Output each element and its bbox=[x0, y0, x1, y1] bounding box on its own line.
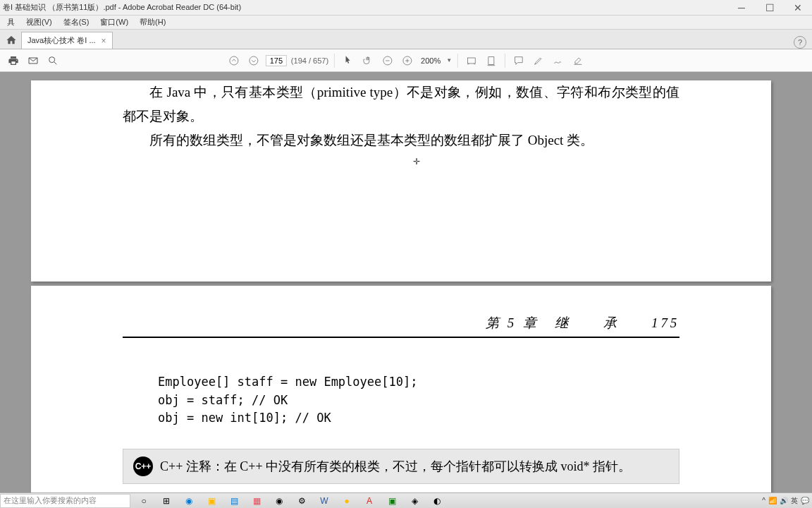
draw-icon[interactable] bbox=[550, 53, 566, 68]
task-view-icon[interactable]: ⊞ bbox=[156, 494, 177, 508]
svg-point-0 bbox=[49, 56, 55, 62]
code-line: Employee[] staff = new Employee[10]; bbox=[158, 373, 679, 392]
wifi-icon[interactable]: 📶 bbox=[768, 497, 777, 504]
volume-icon[interactable]: 🔊 bbox=[780, 497, 788, 504]
help-icon[interactable]: ? bbox=[794, 36, 806, 49]
zoom-out-icon[interactable] bbox=[380, 53, 395, 68]
code-block: Employee[] staff = new Employee[10]; obj… bbox=[158, 373, 679, 428]
zoom-level[interactable]: 200% bbox=[419, 56, 442, 66]
menu-help[interactable]: 帮助(H) bbox=[137, 16, 168, 29]
notification-icon[interactable]: 💬 bbox=[801, 497, 809, 504]
ime-label[interactable]: 英 bbox=[791, 496, 798, 506]
window-title: 卷I 基础知识 （原书第11版）.pdf - Adobe Acrobat Rea… bbox=[3, 2, 727, 13]
highlight-icon[interactable] bbox=[531, 53, 546, 68]
comment-icon[interactable] bbox=[511, 53, 527, 68]
svg-rect-9 bbox=[468, 58, 476, 64]
chrome-icon[interactable]: ◉ bbox=[269, 494, 290, 508]
system-tray: ^ 📶 🔊 英 💬 bbox=[762, 496, 812, 506]
cpp-badge: C++ bbox=[133, 456, 153, 476]
word-icon[interactable]: W bbox=[314, 494, 335, 508]
menu-tools[interactable]: 具 bbox=[4, 16, 18, 29]
svg-rect-10 bbox=[488, 56, 494, 64]
app-icon[interactable]: ▣ bbox=[381, 494, 402, 508]
email-icon[interactable] bbox=[25, 53, 41, 68]
taskbar-search-input[interactable]: 在这里输入你要搜索的内容 bbox=[0, 494, 130, 508]
menu-window[interactable]: 窗口(W) bbox=[97, 16, 131, 29]
menu-view[interactable]: 视图(V) bbox=[23, 16, 55, 29]
windows-taskbar: 在这里输入你要搜索的内容 ○ ⊞ ◉ ▣ ▤ ▦ ◉ ⚙ W ● A ▣ ◈ ◐… bbox=[0, 492, 812, 508]
store-icon[interactable]: ▤ bbox=[223, 494, 245, 508]
cortana-icon[interactable]: ○ bbox=[133, 494, 154, 508]
fit-page-icon[interactable] bbox=[484, 53, 499, 68]
page-count-label: (194 / 657) bbox=[291, 56, 328, 65]
acrobat-icon[interactable]: A bbox=[359, 494, 380, 508]
menu-bar: 具 视图(V) 签名(S) 窗口(W) 帮助(H) bbox=[0, 16, 812, 30]
selection-icon[interactable] bbox=[340, 53, 356, 68]
code-line: obj = staff; // OK bbox=[158, 392, 679, 410]
svg-point-2 bbox=[230, 56, 238, 65]
app-icon[interactable]: ● bbox=[336, 494, 357, 508]
home-tab-icon[interactable] bbox=[3, 32, 20, 49]
explorer-icon[interactable]: ▣ bbox=[201, 494, 222, 508]
svg-point-3 bbox=[250, 56, 258, 65]
app-icon[interactable]: ▦ bbox=[246, 494, 267, 508]
chapter-header: 第 5 章 继 承 175 bbox=[123, 314, 679, 338]
menu-sign[interactable]: 签名(S) bbox=[61, 16, 92, 29]
document-viewport[interactable]: 在 Java 中，只有基本类型（primitive type）不是对象，例如，数… bbox=[0, 72, 812, 492]
window-titlebar: 卷I 基础知识 （原书第11版）.pdf - Adobe Acrobat Rea… bbox=[0, 0, 812, 16]
page-number-input[interactable] bbox=[266, 55, 287, 66]
zoom-in-icon[interactable] bbox=[400, 53, 415, 68]
app-icon[interactable]: ◈ bbox=[404, 494, 425, 508]
app-icon[interactable]: ◐ bbox=[426, 494, 448, 508]
text-cursor-icon: ✛ bbox=[413, 157, 420, 167]
maximize-button[interactable]: ☐ bbox=[756, 0, 784, 16]
settings-icon[interactable]: ⚙ bbox=[291, 494, 312, 508]
minimize-button[interactable]: ─ bbox=[727, 0, 756, 16]
window-controls: ─ ☐ ✕ bbox=[727, 0, 812, 16]
body-paragraph: 在 Java 中，只有基本类型（primitive type）不是对象，例如，数… bbox=[123, 80, 679, 128]
tab-close-icon[interactable]: × bbox=[102, 36, 106, 46]
tab-bar: Java核心技术 卷I ... × ? bbox=[0, 30, 812, 49]
toolbar: (194 / 657) 200% ▼ bbox=[0, 49, 812, 72]
pdf-page: 在 Java 中，只有基本类型（primitive type）不是对象，例如，数… bbox=[31, 80, 771, 282]
erase-icon[interactable] bbox=[570, 53, 586, 68]
code-line: obj = new int[10]; // OK bbox=[158, 409, 679, 428]
print-icon[interactable] bbox=[6, 53, 21, 68]
fit-width-icon[interactable] bbox=[464, 53, 479, 68]
cpp-note-box: C++ C++ 注释：在 C++ 中没有所有类的根类，不过，每个指针都可以转换成… bbox=[123, 449, 679, 484]
hand-icon[interactable] bbox=[360, 53, 376, 68]
document-tab[interactable]: Java核心技术 卷I ... × bbox=[21, 32, 113, 49]
zoom-dropdown-icon[interactable]: ▼ bbox=[446, 57, 452, 64]
edge-icon[interactable]: ◉ bbox=[178, 494, 199, 508]
page-down-icon[interactable] bbox=[246, 53, 262, 68]
note-text: C++ 注释：在 C++ 中没有所有类的根类，不过，每个指针都可以转换成 voi… bbox=[160, 458, 631, 475]
body-paragraph: 所有的数组类型，不管是对象数组还是基本类型的数组都扩展了 Object 类。 bbox=[123, 128, 679, 152]
page-up-icon[interactable] bbox=[226, 53, 242, 68]
close-button[interactable]: ✕ bbox=[784, 0, 812, 16]
magnify-icon[interactable] bbox=[45, 53, 61, 68]
tray-icon[interactable]: ^ bbox=[762, 497, 765, 504]
tab-label: Java核心技术 卷I ... bbox=[27, 35, 96, 46]
svg-line-1 bbox=[54, 62, 56, 64]
pdf-page: 第 5 章 继 承 175 Employee[] staff = new Emp… bbox=[31, 286, 771, 492]
